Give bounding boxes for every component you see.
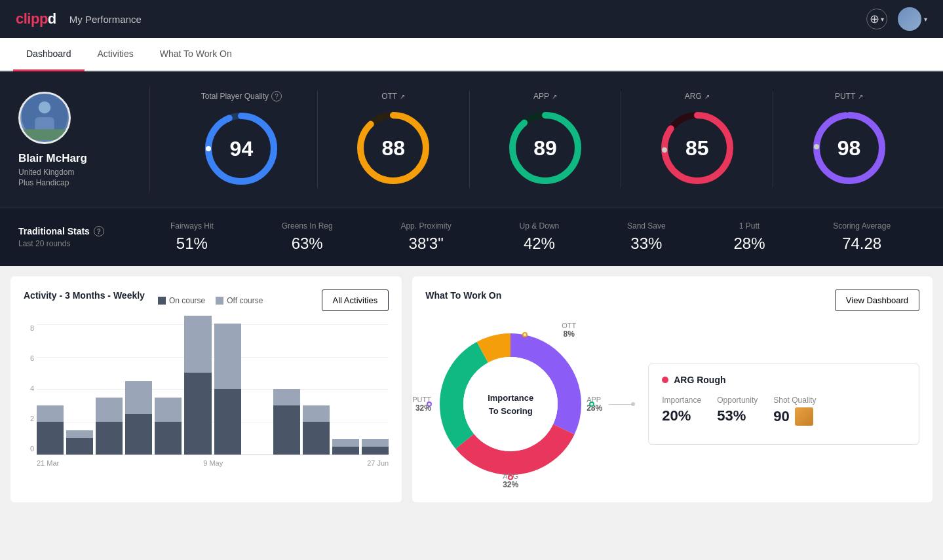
player-info: Blair McHarg United Kingdom Plus Handica… — [18, 92, 149, 187]
arg-label: ARG ↗ — [685, 92, 710, 101]
svg-rect-3 — [20, 129, 69, 140]
legend-on-course: On course — [158, 296, 205, 305]
header-left: clippd My Performance — [16, 10, 142, 28]
stat-oneputt: 1 Putt 28% — [733, 221, 765, 253]
connector-dot — [631, 402, 635, 406]
what-to-work-on-panel: What To Work On View Dashboard — [412, 276, 933, 502]
wtwo-content: Importance To Scoring OTT 8% APP 28% ARG — [425, 319, 919, 489]
bar-12 — [362, 324, 389, 455]
bar-8 — [244, 324, 271, 455]
all-activities-button[interactable]: All Activities — [322, 289, 389, 311]
chart-wrapper: 8 6 4 2 0 — [24, 324, 389, 467]
quality-arg: ARG ↗ 85 — [621, 91, 773, 188]
view-dashboard-button[interactable]: View Dashboard — [835, 289, 919, 311]
dot-app — [589, 401, 594, 407]
info-metrics: Importance 20% Opportunity 53% Shot Qual… — [662, 396, 906, 426]
bar-6 — [184, 324, 211, 455]
trad-label-section: Traditional Stats ? Last 20 rounds — [18, 226, 136, 248]
arg-ring: 85 — [658, 109, 737, 187]
putt-value: 98 — [837, 136, 861, 160]
bar-4 — [125, 324, 152, 455]
stats-panel: Blair McHarg United Kingdom Plus Handica… — [0, 71, 943, 208]
header-right: ⊕ ▾ ▾ — [866, 7, 927, 31]
player-avatar-svg — [20, 92, 69, 142]
activity-header: Activity - 3 Months - Weekly On course O… — [24, 289, 389, 311]
stat-updown: Up & Down 42% — [520, 221, 560, 253]
bar-3 — [96, 324, 123, 455]
on-course-dot — [158, 297, 166, 305]
stat-scoring: Scoring Average 74.28 — [833, 221, 891, 253]
x-axis: 21 Mar 9 May 27 Jun — [37, 459, 389, 467]
tab-activities[interactable]: Activities — [85, 38, 147, 71]
player-handicap: Plus Handicap — [18, 178, 69, 187]
legend-off-course: Off course — [216, 296, 263, 305]
bar-2 — [66, 324, 93, 455]
traditional-stats: Traditional Stats ? Last 20 rounds Fairw… — [0, 208, 943, 266]
stat-proximity: App. Proximity 38'3" — [400, 221, 451, 253]
trad-help-icon[interactable]: ? — [94, 226, 104, 236]
app-value: 89 — [533, 136, 557, 160]
chevron-down-icon: ▾ — [881, 16, 884, 23]
activity-title: Activity - 3 Months - Weekly — [24, 290, 145, 301]
putt-ring: 98 — [810, 109, 889, 187]
donut-chart: Importance To Scoring OTT 8% APP 28% ARG — [425, 319, 596, 489]
tab-dashboard[interactable]: Dashboard — [13, 38, 85, 71]
quality-app: APP ↗ 89 — [470, 91, 622, 188]
bar-11 — [332, 324, 359, 455]
bar-5 — [155, 324, 182, 455]
putt-label: PUTT ↗ — [835, 92, 863, 101]
bottom-section: Activity - 3 Months - Weekly On course O… — [0, 266, 943, 513]
stat-fairways: Fairways Hit 51% — [170, 221, 214, 253]
quality-section: Total Player Quality ? 94 OTT ↗ — [166, 91, 925, 188]
stat-greens: Greens In Reg 63% — [282, 221, 333, 253]
donut-center-text: Importance To Scoring — [488, 392, 533, 417]
connector-area — [609, 404, 635, 405]
header-title: My Performance — [69, 14, 142, 25]
logo[interactable]: clippd — [16, 10, 56, 28]
divider — [149, 87, 150, 192]
wtwo-header: What To Work On View Dashboard — [425, 289, 919, 311]
info-card-title: ARG Rough — [662, 375, 906, 385]
metric-importance: Importance 20% — [662, 396, 701, 426]
player-name: Blair McHarg — [18, 152, 87, 165]
activity-panel: Activity - 3 Months - Weekly On course O… — [10, 276, 402, 502]
arg-value: 85 — [685, 136, 709, 160]
shot-quality-bar-icon — [795, 407, 813, 426]
bar-7 — [214, 324, 241, 455]
plus-icon: ⊕ — [870, 12, 879, 26]
app-label: APP ↗ — [533, 92, 557, 101]
avatar-chevron-icon: ▾ — [924, 16, 927, 23]
quality-total: Total Player Quality ? 94 — [166, 91, 318, 188]
total-ring: 94 — [202, 109, 280, 188]
add-button[interactable]: ⊕ ▾ — [866, 9, 887, 29]
ott-label: OTT ↗ — [381, 92, 405, 101]
trad-stats-grid: Fairways Hit 51% Greens In Reg 63% App. … — [136, 221, 925, 253]
bar-1 — [37, 324, 64, 455]
quality-ott: OTT ↗ 88 — [318, 91, 470, 188]
header: clippd My Performance ⊕ ▾ ▾ — [0, 0, 943, 38]
app-ring: 89 — [506, 109, 585, 187]
logo-text: clippd — [16, 10, 56, 28]
ott-value: 88 — [381, 136, 405, 160]
pink-dot-icon — [662, 377, 668, 383]
dot-arg — [508, 475, 513, 480]
nav-tabs: Dashboard Activities What To Work On — [0, 38, 943, 71]
avatar — [898, 7, 921, 31]
svg-point-1 — [39, 102, 51, 114]
help-icon[interactable]: ? — [271, 91, 282, 102]
ott-ring: 88 — [354, 109, 433, 187]
info-card: ARG Rough Importance 20% Opportunity 53%… — [648, 364, 919, 445]
dot-putt — [427, 401, 432, 407]
player-country: United Kingdom — [18, 168, 74, 177]
wtwo-title: What To Work On — [425, 290, 501, 301]
bar-10 — [303, 324, 330, 455]
metric-opportunity: Opportunity 53% — [717, 396, 758, 426]
quality-total-label: Total Player Quality ? — [201, 91, 282, 102]
user-menu[interactable]: ▾ — [898, 7, 927, 31]
off-course-dot — [216, 297, 223, 305]
metric-shot-quality: Shot Quality 90 — [773, 396, 816, 426]
bar-9 — [273, 324, 300, 455]
tab-what-to-work-on[interactable]: What To Work On — [147, 38, 245, 71]
trad-title: Traditional Stats ? — [18, 226, 136, 236]
quality-putt: PUTT ↗ 98 — [773, 91, 925, 188]
